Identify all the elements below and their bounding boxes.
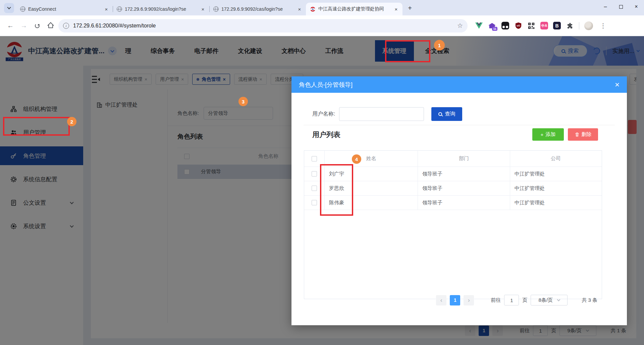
reload-button[interactable]: [32, 20, 43, 31]
chevron-down-icon: [7, 5, 11, 9]
maximize-icon: [619, 5, 623, 9]
svg-text:uO: uO: [517, 24, 520, 27]
trash-icon: [575, 132, 580, 137]
user-list-title: 用户列表: [312, 130, 340, 139]
browser-toolbar: ← → i 172.29.6.61:20080/#/system/torole …: [0, 15, 644, 36]
username-label: 用户名称:: [312, 111, 335, 118]
window-controls: – ×: [598, 0, 644, 13]
vue-devtools-icon[interactable]: [475, 22, 483, 30]
tab-title: 172.29.6.9:9092/cas/login?se: [125, 6, 197, 12]
user-table: 姓名 部门 公司 刘广宇 领导班子 中江扩管理处 罗思欣 领导班子 中江扩管理处…: [304, 150, 602, 299]
globe-favicon: [20, 6, 25, 12]
window-maximize-button[interactable]: [613, 0, 629, 13]
globe-favicon: [117, 6, 122, 12]
toolbar-divider: [579, 22, 579, 29]
company-column-header: 公司: [510, 151, 601, 166]
app-page: 广东交通集团 中江高速公路改扩建管... 理 综合事务 电子邮件 文化建设 文档…: [0, 36, 644, 345]
current-page-button[interactable]: 1: [450, 295, 460, 305]
divider: [304, 125, 615, 125]
add-label: 添加: [545, 131, 555, 138]
home-button[interactable]: [45, 20, 56, 31]
page-unit-label: 页: [522, 297, 527, 303]
browser-menu-icon[interactable]: ⋮: [598, 22, 608, 29]
new-tab-button[interactable]: +: [405, 3, 415, 13]
reload-icon: [35, 23, 40, 28]
role-members-dialog: 角色人员-[分管领导] × 用户名称: 查询 用户列表 + 添加 删除: [291, 76, 627, 325]
goto-page-input[interactable]: [504, 295, 519, 305]
delete-button[interactable]: 删除: [568, 128, 598, 141]
query-button[interactable]: 查询: [431, 107, 462, 121]
tab-search-button[interactable]: [4, 3, 14, 13]
select-all-checkbox[interactable]: [312, 156, 317, 161]
qr-extension-icon[interactable]: [527, 22, 535, 30]
url-text[interactable]: 172.29.6.61:20080/#/system/torole: [73, 23, 453, 29]
user-row-2[interactable]: 罗思欣 领导班子 中江扩管理处: [304, 181, 602, 196]
page-size-value: 8条/页: [539, 297, 553, 303]
bitwarden-icon[interactable]: B: [553, 22, 561, 29]
user-name-cell: 陈伟豪: [325, 196, 418, 210]
browser-tab-3[interactable]: 172.29.6.9:9092/cas/login?se ×: [209, 3, 306, 15]
site-info-icon[interactable]: i: [63, 23, 69, 29]
plus-icon: +: [541, 132, 544, 137]
two-dot-icon: [501, 22, 509, 29]
dept-column-header: 部门: [418, 151, 510, 166]
user-dept-cell: 领导班子: [418, 167, 510, 181]
home-icon: [48, 23, 53, 28]
user-company-cell: 中江扩管理处: [510, 196, 601, 210]
extensions-puzzle-icon[interactable]: [566, 22, 574, 30]
browser-chrome: EasyConnect × 172.29.6.9:9092/cas/login?…: [0, 0, 644, 36]
address-bar[interactable]: i 172.29.6.61:20080/#/system/torole ☆: [58, 19, 468, 32]
translate-extension-icon[interactable]: 中A: [540, 22, 548, 29]
prev-page-button[interactable]: ‹: [436, 295, 446, 305]
chevron-down-icon: [557, 298, 560, 301]
dialog-close-button[interactable]: ×: [615, 81, 620, 89]
tab-close-icon[interactable]: ×: [200, 6, 206, 12]
browser-tab-2[interactable]: 172.29.6.9:9092/cas/login?se ×: [113, 3, 209, 15]
query-label: 查询: [445, 111, 455, 118]
row-checkbox[interactable]: [312, 171, 317, 177]
user-name-cell: 罗思欣: [325, 181, 418, 195]
browser-tab-4-active[interactable]: 中江高速公路改扩建管理处协同 ×: [306, 3, 402, 15]
dialog-titlebar: 角色人员-[分管领导] ×: [291, 76, 627, 93]
search-icon: [438, 112, 442, 116]
extension-badge-icon[interactable]: 11: [488, 22, 496, 30]
row-checkbox[interactable]: [312, 186, 317, 191]
user-name-cell: 刘广宇: [325, 167, 418, 181]
name-column-header: 姓名: [325, 151, 418, 166]
site-emblem-favicon: [310, 6, 316, 12]
ublock-icon[interactable]: uO: [514, 22, 522, 30]
tab-close-icon[interactable]: ×: [393, 6, 399, 12]
user-list-bar: 用户列表 + 添加 删除: [312, 128, 598, 141]
bookmark-star-icon[interactable]: ☆: [457, 22, 463, 29]
user-table-header: 姓名 部门 公司: [304, 151, 602, 167]
total-count: 共 3 条: [582, 297, 597, 303]
globe-favicon: [213, 6, 219, 12]
dark-extension-icon[interactable]: [501, 22, 509, 30]
tab-title: 中江高速公路改扩建管理处协同: [318, 6, 390, 12]
window-close-button[interactable]: ×: [629, 0, 644, 13]
profile-avatar[interactable]: [584, 21, 593, 30]
tab-title: 172.29.6.9:9092/cas/login?se: [221, 6, 294, 12]
user-company-cell: 中江扩管理处: [510, 167, 601, 181]
user-dept-cell: 领导班子: [418, 196, 510, 210]
user-company-cell: 中江扩管理处: [510, 181, 601, 195]
browser-tabbar: EasyConnect × 172.29.6.9:9092/cas/login?…: [0, 0, 644, 15]
forward-button[interactable]: →: [18, 20, 30, 31]
row-checkbox[interactable]: [312, 200, 317, 205]
tab-title: EasyConnect: [28, 6, 101, 12]
page-size-select[interactable]: 8条/页: [531, 295, 568, 305]
delete-label: 删除: [582, 131, 592, 138]
next-page-button[interactable]: ›: [464, 295, 474, 305]
back-button[interactable]: ←: [5, 20, 16, 31]
tab-close-icon[interactable]: ×: [103, 6, 109, 12]
user-row-3[interactable]: 陈伟豪 领导班子 中江扩管理处: [304, 196, 602, 210]
window-minimize-button[interactable]: –: [598, 0, 613, 13]
browser-tab-1[interactable]: EasyConnect ×: [16, 3, 113, 15]
user-dept-cell: 领导班子: [418, 181, 510, 195]
username-input[interactable]: [339, 107, 424, 121]
user-table-pagination: ‹ 1 › 前往 页 8条/页 共 3 条: [436, 295, 597, 305]
user-search-form: 用户名称: 查询: [312, 107, 462, 121]
user-row-1[interactable]: 刘广宇 领导班子 中江扩管理处: [304, 167, 602, 181]
add-button[interactable]: + 添加: [532, 128, 564, 141]
tab-close-icon[interactable]: ×: [297, 6, 303, 12]
